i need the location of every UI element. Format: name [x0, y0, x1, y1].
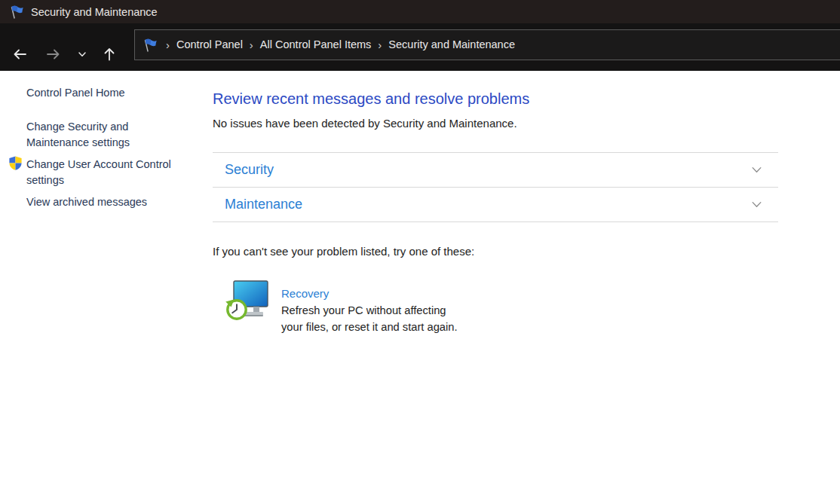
recovery-description: Refresh your PC without affecting your f… [281, 303, 461, 335]
sidebar-item-control-panel-home[interactable]: Control Panel Home [26, 87, 125, 99]
page-title: Review recent messages and resolve probl… [213, 90, 529, 108]
back-arrow-icon [11, 45, 29, 63]
up-button[interactable] [94, 39, 124, 69]
breadcrumb-separator: › [244, 39, 259, 50]
address-bar[interactable]: › Control Panel › All Control Panel Item… [134, 29, 840, 60]
sidebar-item-change-security-maintenance-settings[interactable]: Change Security and Maintenance settings [26, 119, 181, 151]
section-maintenance-label: Maintenance [225, 197, 302, 212]
breadcrumb-control-panel[interactable]: Control Panel [175, 29, 244, 60]
section-security-label: Security [225, 162, 274, 178]
recent-locations-button[interactable] [67, 39, 97, 69]
forward-arrow-icon [44, 45, 63, 63]
breadcrumb-all-control-panel-items[interactable]: All Control Panel Items [259, 29, 372, 60]
chevron-down-icon[interactable] [750, 163, 763, 176]
window-title: Security and Maintenance [31, 6, 158, 18]
control-panel-flag-icon [143, 38, 158, 53]
uac-shield-icon [8, 155, 23, 171]
app-flag-icon [9, 5, 24, 20]
recovery-link[interactable]: Recovery [281, 287, 329, 300]
sidebar-item-change-uac-settings[interactable]: Change User Account Control settings [26, 157, 181, 188]
status-text: No issues have been detected by Security… [213, 117, 517, 130]
navigation-bar: › Control Panel › All Control Panel Item… [0, 23, 840, 71]
breadcrumb-separator: › [372, 39, 387, 50]
section-security[interactable]: Security [213, 153, 778, 188]
chevron-down-icon [76, 48, 88, 60]
content-area: Control Panel Home Change Security and M… [0, 71, 840, 504]
sidebar-item-view-archived-messages[interactable]: View archived messages [26, 194, 181, 210]
suggestion-text: If you can't see your problem listed, tr… [213, 245, 474, 258]
back-button[interactable] [5, 39, 35, 69]
title-bar: Security and Maintenance [0, 0, 840, 23]
forward-button[interactable] [38, 39, 69, 69]
chevron-down-icon[interactable] [750, 198, 763, 211]
recovery-monitor-history-icon[interactable] [224, 278, 269, 323]
sections-list: Security Maintenance [213, 152, 778, 222]
section-maintenance[interactable]: Maintenance [213, 188, 778, 222]
up-arrow-icon [100, 45, 118, 63]
breadcrumb-separator: › [161, 39, 175, 50]
breadcrumb-security-and-maintenance[interactable]: Security and Maintenance [387, 29, 517, 60]
